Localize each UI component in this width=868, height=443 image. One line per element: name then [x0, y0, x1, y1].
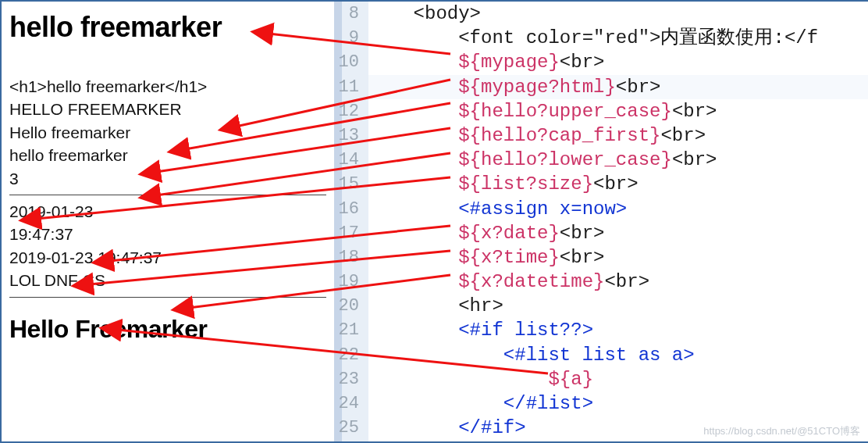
code-token: ${x?date} — [458, 223, 560, 244]
code-token — [368, 417, 458, 438]
code-token — [368, 369, 548, 390]
output-line: 2019-01-23 — [9, 200, 326, 223]
code-token: ${a} — [548, 369, 593, 390]
code-token — [368, 173, 458, 195]
line-number: 13 — [325, 123, 359, 148]
code-line: 19 ${x?datetime}<br> — [368, 270, 868, 294]
output-line: HELLO FREEMARKER — [9, 98, 326, 120]
code-token — [368, 52, 458, 73]
code-token: ${hello?upper_case} — [458, 101, 672, 122]
code-token: <br> — [560, 247, 605, 268]
code-line: 11 ${mypage?html}<br> — [368, 75, 868, 99]
code-token — [368, 149, 458, 170]
rendered-output-panel: hello freemarker <h1>hello freemarker</h… — [2, 2, 334, 441]
code-token — [368, 77, 458, 98]
line-number: 24 — [325, 391, 359, 416]
code-token: ${x?time} — [458, 247, 560, 268]
code-token — [368, 320, 458, 341]
code-line: 10 ${mypage}<br> — [368, 50, 868, 74]
code-line: 15 ${list?size}<br> — [368, 172, 868, 196]
code-token — [368, 393, 503, 414]
output-line: <h1>hello freemarker</h1> — [9, 75, 326, 98]
output-line: hello freemarker — [9, 144, 326, 166]
code-token: <br> — [560, 52, 605, 73]
output-block-a: <h1>hello freemarker</h1> HELLO FREEMARK… — [9, 75, 326, 190]
code-token: <br> — [660, 125, 706, 146]
code-editor-panel: 8 <body>9 <font color="red">内置函数使用:</f10… — [368, 2, 868, 441]
code-token: <br> — [672, 101, 717, 122]
code-line: 12 ${hello?upper_case}<br> — [368, 99, 868, 123]
code-line: 21 <#if list??> — [368, 318, 868, 342]
code-line: 24 </#list> — [368, 391, 868, 416]
code-token — [368, 345, 503, 366]
line-number: 20 — [325, 294, 359, 318]
code-token: <br> — [604, 271, 649, 292]
code-token: </#if> — [458, 417, 525, 438]
code-token: <br> — [672, 149, 717, 170]
root-frame: hello freemarker <h1>hello freemarker</h… — [0, 0, 868, 443]
code-token: <#if list??> — [458, 320, 593, 341]
line-number: 10 — [325, 50, 359, 74]
line-number: 22 — [325, 343, 359, 367]
code-line: 9 <font color="red">内置函数使用:</f — [368, 26, 868, 50]
code-token: <hr> — [458, 295, 503, 316]
output-line: 19:47:37 — [9, 223, 326, 245]
code-token: <#assign x=now> — [458, 198, 627, 220]
code-token: <br> — [560, 223, 605, 244]
output-line: LOL DNF CS — [9, 269, 326, 291]
output-line: 3 — [9, 167, 326, 190]
code-line: 18 ${x?time}<br> — [368, 245, 868, 270]
line-number: 16 — [325, 197, 359, 221]
code-token: <font color="red"> — [368, 27, 660, 48]
code-token: <br> — [593, 173, 639, 195]
code-token: </f — [784, 27, 818, 48]
line-number: 12 — [325, 99, 359, 123]
code-token — [368, 223, 458, 244]
output-heading: hello freemarker — [9, 11, 326, 44]
output-heading-2: Hello Freemarker — [9, 315, 326, 344]
line-number: 15 — [325, 172, 359, 196]
output-block-b: 2019-01-23 19:47:37 2019-01-23 19:47:37 … — [9, 200, 326, 292]
divider — [9, 297, 326, 298]
code-token: 内置函数使用: — [660, 27, 784, 48]
code-token: ${list?size} — [458, 173, 593, 195]
code-token — [368, 125, 458, 146]
code-token: <br> — [616, 77, 661, 98]
code-line: 14 ${hello?lower_case}<br> — [368, 148, 868, 172]
line-number: 21 — [325, 318, 359, 342]
code-line: 23 ${a} — [368, 367, 868, 391]
code-token — [368, 247, 458, 268]
code-token: ${hello?cap_first} — [458, 125, 660, 146]
code-line: 16 <#assign x=now> — [368, 197, 868, 221]
code-line: 8 <body> — [368, 2, 868, 26]
watermark-text: https://blog.csdn.net/@51CTO博客 — [703, 424, 860, 438]
line-number: 18 — [325, 245, 359, 270]
code-token: <body> — [368, 3, 481, 24]
line-number: 17 — [325, 221, 359, 245]
code-token: ${mypage} — [458, 52, 560, 73]
code-line: 17 ${x?date}<br> — [368, 221, 868, 245]
line-number: 9 — [325, 26, 359, 50]
line-number: 25 — [325, 416, 359, 440]
line-number: 19 — [325, 270, 359, 294]
code-token — [368, 101, 458, 122]
code-token — [368, 198, 458, 220]
code-token — [368, 295, 458, 316]
code-token: ${mypage?html} — [458, 77, 616, 98]
line-number: 8 — [325, 2, 359, 26]
line-number: 14 — [325, 148, 359, 172]
code-line: 22 <#list list as a> — [368, 343, 868, 367]
line-number: 23 — [325, 367, 359, 391]
output-line: 2019-01-23 19:47:37 — [9, 246, 326, 269]
code-line: 20 <hr> — [368, 294, 868, 318]
output-line: Hello freemarker — [9, 121, 326, 144]
code-token: ${x?datetime} — [458, 271, 604, 292]
divider — [9, 195, 326, 195]
code-line: 13 ${hello?cap_first}<br> — [368, 123, 868, 148]
line-number: 11 — [325, 75, 359, 99]
code-token: ${hello?lower_case} — [458, 149, 672, 170]
code-token: <#list list as a> — [503, 345, 695, 366]
code-token — [368, 271, 458, 292]
code-token: </#list> — [503, 393, 593, 414]
